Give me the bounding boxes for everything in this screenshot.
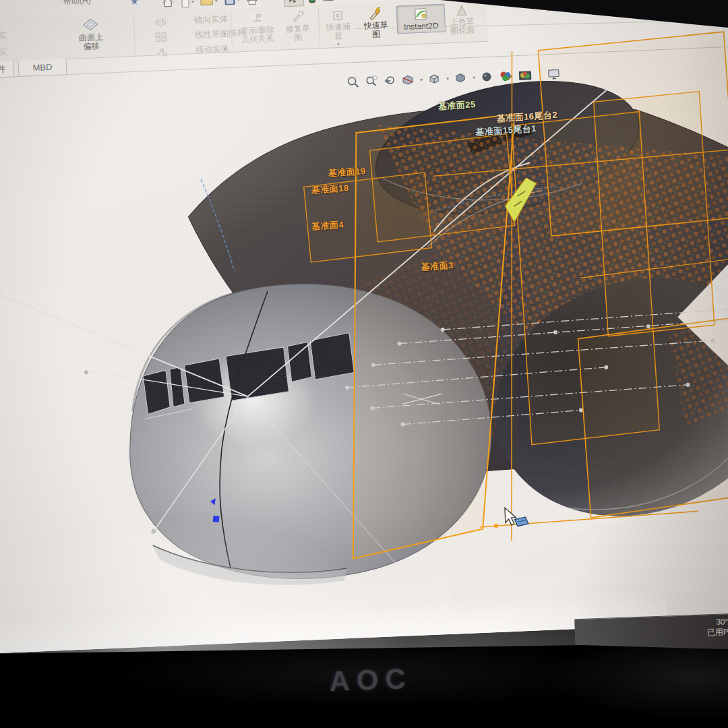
cockpit-window[interactable]	[287, 342, 311, 382]
datum-plane-label[interactable]: 基准面25	[437, 98, 476, 113]
tab-mbd[interactable]: MBD	[18, 59, 67, 77]
instant2d-button[interactable]: Instant2D	[396, 3, 446, 34]
chevron-down-icon[interactable]: ▾	[337, 41, 340, 47]
chevron-down-icon[interactable]: ▾	[223, 31, 226, 37]
linear-pattern-icon	[154, 31, 170, 42]
view-orientation-icon[interactable]	[427, 72, 442, 86]
quick-snaps-icon	[331, 7, 345, 23]
previous-view-icon[interactable]	[383, 74, 397, 88]
ribbon-clipped-button[interactable]: 实	[0, 46, 7, 59]
chevron-down-icon[interactable]: ▾	[191, 0, 194, 5]
datum-plane-label[interactable]: 基准面3	[421, 260, 454, 274]
relations-icon	[250, 11, 264, 26]
cockpit-window[interactable]	[143, 370, 171, 415]
hide-show-items-icon[interactable]	[480, 70, 494, 84]
chevron-down-icon[interactable]: ▾	[215, 0, 218, 3]
button-label: 捉	[334, 32, 343, 40]
new-document-icon[interactable]: ▾	[178, 0, 195, 11]
selected-spline-point[interactable]	[213, 516, 220, 522]
datum-plane-outline	[577, 315, 728, 518]
open-icon[interactable]: ▾	[198, 0, 219, 10]
button-label: 图	[372, 30, 381, 38]
cockpit-window[interactable]	[184, 359, 224, 403]
chevron-down-icon[interactable]: ▾	[260, 0, 262, 1]
monitor-brand-logo: AOC	[296, 661, 446, 699]
rapid-sketch-icon	[368, 5, 384, 21]
solidworks-screen: 基准面25 基准面16尾台2 基准面15尾台1 基准面19 基准面18 基准面4…	[0, 0, 728, 654]
chevron-down-icon[interactable]: ▾	[237, 0, 240, 3]
apply-scene-icon[interactable]	[518, 68, 533, 82]
button-label: 图轮廓	[450, 26, 475, 36]
rapid-sketch-button[interactable]: 快速草 图	[359, 5, 394, 40]
tab-label: MBD	[32, 62, 52, 73]
favorites-star-icon[interactable]: ★	[130, 0, 139, 7]
datum-plane-label[interactable]: 基准面19	[328, 165, 366, 180]
options-gear-icon[interactable]: ⚙▾	[338, 0, 355, 4]
cockpit-window[interactable]	[310, 333, 355, 380]
file-properties-icon[interactable]	[320, 0, 336, 5]
zoom-to-fit-icon[interactable]	[346, 75, 361, 90]
offset-surface-icon	[82, 18, 99, 33]
button-label: 偏移	[83, 42, 100, 51]
model-canvas[interactable]	[0, 0, 728, 654]
button-label: 几何关系	[241, 34, 274, 44]
monitor-photo: 基准面25 基准面16尾台2 基准面15尾台1 基准面19 基准面18 基准面4…	[0, 0, 728, 728]
undo-icon[interactable]: ↶▾	[266, 0, 281, 7]
chevron-down-icon[interactable]: ▾	[224, 46, 226, 52]
view-settings-icon[interactable]	[547, 67, 562, 81]
zoom-to-area-icon[interactable]	[365, 75, 379, 89]
offset-on-surface-button[interactable]: 曲面上 偏移	[55, 16, 127, 52]
repair-sketch-icon	[291, 9, 305, 24]
ribbon-clipped-button[interactable]: 实	[0, 30, 7, 42]
shaded-contours-icon	[454, 2, 468, 18]
performance-evaluation-icon[interactable]	[306, 0, 317, 5]
display-delete-relations-button[interactable]: 显示/删除 几何关系	[235, 10, 280, 45]
document-title: y20 0707	[547, 0, 583, 11]
save-icon[interactable]: ▾	[221, 0, 241, 9]
print-icon[interactable]: ▾	[243, 0, 264, 8]
home-icon[interactable]	[160, 0, 177, 11]
tab-clipped[interactable]: 件	[0, 61, 14, 78]
chevron-down-icon[interactable]: ▾	[446, 75, 449, 82]
chevron-down-icon[interactable]: ▾	[420, 76, 423, 82]
instant2d-icon	[413, 6, 429, 22]
datum-plane-label[interactable]: 基准面4	[311, 218, 344, 233]
repair-sketch-button[interactable]: 修复草 图	[282, 9, 314, 43]
quick-snaps-button[interactable]: 快速捕 捉	[322, 7, 355, 41]
edit-appearance-icon[interactable]	[498, 69, 514, 83]
section-view-icon[interactable]	[401, 73, 415, 87]
mirror-entities-icon	[154, 16, 169, 28]
cockpit-window[interactable]	[226, 347, 289, 401]
chevron-down-icon[interactable]: ▾	[473, 74, 475, 80]
datum-plane-label[interactable]: 基准面18	[311, 182, 349, 197]
chevron-down-icon[interactable]: ▾	[277, 0, 280, 1]
move-entities-icon	[155, 46, 171, 57]
button-label: 镜向实体	[194, 13, 229, 26]
shaded-sketch-contours-button[interactable]: 上色草 图轮廓	[444, 1, 479, 36]
menu-help[interactable]: 帮助(H)	[63, 0, 91, 7]
button-label: 图	[294, 33, 303, 42]
display-style-icon[interactable]	[454, 71, 468, 85]
tab-label: 件	[0, 63, 6, 75]
